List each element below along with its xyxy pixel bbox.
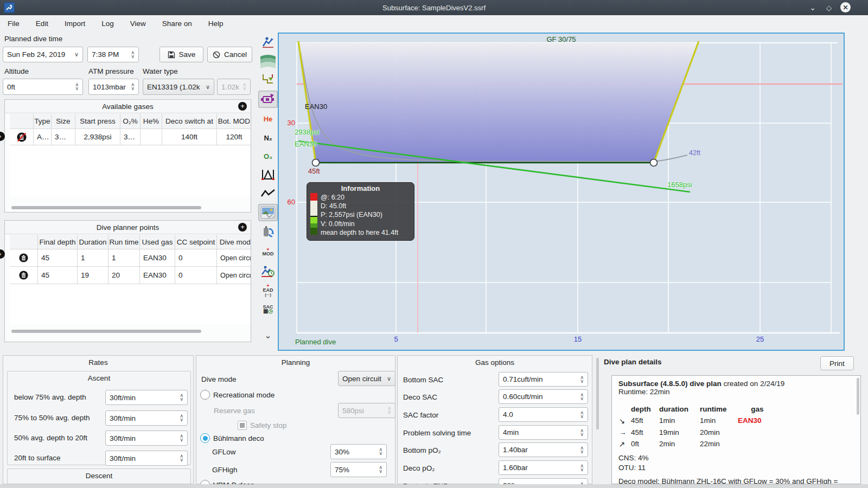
- gas-options-title: Gas options: [398, 356, 592, 367]
- spinner-arrows-icon: ∧∨: [577, 411, 584, 419]
- spinner-arrows-icon: ∧∨: [239, 83, 246, 91]
- ascent-rate-stepper[interactable]: 30ft/min ∧∨: [105, 390, 188, 405]
- planner-point-row[interactable]: 45 19 20 EAN30 0 Open circuit: [10, 267, 251, 284]
- water-type-select[interactable]: EN13319 (1.02k ∨: [143, 79, 214, 95]
- plan-runtime: Runtime: 22min: [618, 388, 854, 396]
- toolbar-sac-button[interactable]: SAC▦◷: [258, 300, 278, 318]
- spinner-arrows-icon: ∧∨: [176, 454, 183, 462]
- toolbar-mod-button[interactable]: +MOD: [258, 243, 278, 260]
- menu-share-on[interactable]: Share on: [161, 18, 193, 29]
- toolbar-tank-pressure-button[interactable]: [258, 91, 278, 108]
- toolbar-photos-button[interactable]: [258, 204, 278, 221]
- toolbar-dive-mode-button[interactable]: [258, 34, 278, 51]
- dive-time-stepper[interactable]: 7:38 PM ∧∨: [87, 47, 139, 62]
- gflow-stepper[interactable]: 30% ∧∨: [330, 444, 387, 459]
- salinity-stepper: 1.02k ∧∨: [217, 79, 251, 95]
- menu-log[interactable]: Log: [100, 18, 115, 29]
- toolbar-pn2-graph-button[interactable]: N₂: [258, 129, 278, 146]
- print-button[interactable]: Print: [820, 356, 854, 370]
- delete-point-icon[interactable]: [10, 267, 38, 284]
- recreational-mode-label: Recreational mode: [213, 391, 275, 399]
- minimize-icon[interactable]: ⌄: [807, 2, 818, 13]
- segment-arrow-icon: →: [619, 428, 631, 436]
- toolbar-calculated-ceiling-button[interactable]: [258, 72, 278, 89]
- close-icon[interactable]: ✕: [840, 2, 851, 12]
- dive-date-select[interactable]: Sun Feb 24, 2019 ∨: [3, 47, 83, 62]
- ascent-rate-stepper[interactable]: 30ft/min ∧∨: [105, 431, 188, 446]
- dive-plan-notes[interactable]: Subsurface (4.8.5.0) dive plan created o…: [611, 375, 861, 484]
- chevron-down-icon: ∨: [71, 51, 79, 58]
- delete-point-icon[interactable]: [10, 249, 38, 267]
- gases-table: Type Size Start press O₂% He% Deco switc…: [10, 114, 251, 197]
- save-button[interactable]: Save: [159, 47, 203, 62]
- altitude-stepper[interactable]: 0ft ∧∨: [3, 79, 83, 95]
- splitter-handle[interactable]: [596, 358, 599, 429]
- ascent-rate-stepper[interactable]: 30ft/min ∧∨: [105, 451, 188, 466]
- toolbar-po2-graph-button[interactable]: O₂: [258, 147, 278, 165]
- window-title: Subsurface: SampleDivesV2.ssrf: [0, 4, 868, 12]
- toolbar-ead-button[interactable]: +EAD(···): [258, 281, 278, 299]
- gfhigh-stepper[interactable]: 75% ∧∨: [330, 462, 387, 477]
- time-tick-5: 5: [391, 335, 401, 343]
- menu-import[interactable]: Import: [63, 18, 86, 29]
- add-gas-button[interactable]: +: [238, 102, 247, 111]
- spinner-arrows-icon: ∧∨: [577, 464, 584, 472]
- dive-profile-chart[interactable]: GF 30/75 30 60 5 15 25 EAN30 2938psi EAN…: [278, 33, 845, 351]
- dive-mode-select[interactable]: Open circuit ∨: [338, 371, 395, 386]
- chevron-down-icon: ⌄: [264, 330, 271, 341]
- gas-row[interactable]: A… 3… 2,938psi 3… 140ft 120ft 98ft: [10, 129, 251, 145]
- problem-solving-time-stepper[interactable]: 4min ∧∨: [499, 425, 588, 440]
- buhlmann-deco-radio[interactable]: [200, 433, 210, 443]
- mod-icon: +MOD: [263, 247, 274, 256]
- toolbar-deco-time-button[interactable]: [258, 262, 278, 280]
- plan-col-gas: gas: [738, 405, 777, 413]
- cancel-button[interactable]: Cancel: [207, 47, 252, 62]
- recreational-mode-radio[interactable]: [200, 390, 210, 400]
- menu-help[interactable]: Help: [207, 18, 225, 29]
- menu-file[interactable]: File: [7, 18, 21, 29]
- rate-label: below 75% avg. depth: [14, 393, 86, 401]
- toolbar-tissues-button[interactable]: [258, 166, 278, 183]
- tooltip-title: Information: [310, 184, 411, 192]
- bottom-sac-stepper[interactable]: 0.71cuft/min ∧∨: [499, 372, 588, 387]
- ascent-group: Ascent below 75% avg. depth 30ft/min ∧∨ …: [7, 371, 191, 465]
- time-tick-15: 15: [572, 335, 583, 343]
- toolbar-water-ceiling-button[interactable]: [258, 53, 278, 70]
- dive-plan-details-title: Dive plan details: [604, 358, 662, 366]
- bottom-sac-label: Bottom SAC: [403, 376, 443, 384]
- gases-horizontal-scrollbar[interactable]: [11, 206, 201, 209]
- end-pressure-label: 1658psi: [667, 181, 692, 189]
- atm-pressure-stepper[interactable]: 1013mbar ∧∨: [88, 79, 139, 95]
- deco-po2-stepper[interactable]: 1.60bar ∧∨: [499, 460, 588, 475]
- plan-otu: OTU: 11: [618, 464, 646, 472]
- plan-table: depth duration runtime gas ↘ 45ft 1min 1…: [619, 405, 777, 448]
- add-point-button[interactable]: +: [238, 223, 247, 232]
- toolbar-pheg-graph-button[interactable]: He: [258, 110, 278, 127]
- tooltip-depth: D: 45.0ft: [321, 202, 398, 210]
- planning-title: Planning: [196, 356, 395, 367]
- sac-factor-stepper[interactable]: 4.0 ∧∨: [499, 407, 588, 422]
- notes-vertical-scrollbar[interactable]: [857, 378, 859, 415]
- spinner-arrows-icon: ∧∨: [577, 376, 584, 383]
- toolbar-scroll-down-button[interactable]: ⌄: [258, 326, 278, 344]
- chart-footer-label: Planned dive: [295, 338, 336, 346]
- toolbar-heart-rate-button[interactable]: [258, 185, 278, 202]
- maximize-icon[interactable]: ◇: [824, 2, 834, 13]
- toolbar-gas-change-button[interactable]: [258, 223, 278, 240]
- chevron-down-icon: ∨: [202, 84, 210, 91]
- information-tooltip: Information @: 6:20 D: 45.0ft P: 2,557ps…: [307, 182, 414, 241]
- menu-bar: File Edit Import Log View Share on Help: [0, 15, 868, 31]
- diver-clock-icon: [260, 264, 276, 278]
- bottom-po2-stepper[interactable]: 1.40bar ∧∨: [499, 442, 588, 457]
- deco-sac-stepper[interactable]: 0.60cuft/min ∧∨: [499, 389, 588, 404]
- ascent-rate-stepper[interactable]: 30ft/min ∧∨: [105, 410, 188, 426]
- ceiling-steps-icon: [261, 73, 275, 87]
- menu-edit[interactable]: Edit: [35, 18, 49, 29]
- spinner-arrows-icon: ∧∨: [176, 414, 183, 422]
- menu-view[interactable]: View: [129, 18, 147, 29]
- diver-profile-icon: [261, 36, 275, 49]
- planner-point-row[interactable]: 45 1 1 EAN30 0 Open circuit: [10, 249, 251, 267]
- title-bar[interactable]: Subsurface: SampleDivesV2.ssrf ⌄ ◇ ✕: [0, 0, 868, 15]
- points-horizontal-scrollbar[interactable]: [11, 330, 201, 333]
- altitude-label: Altitude: [4, 67, 29, 75]
